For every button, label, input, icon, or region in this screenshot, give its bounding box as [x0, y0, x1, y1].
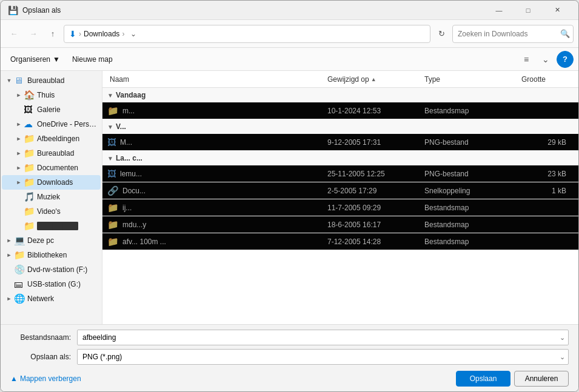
view-chevron-button[interactable]: ⌄ — [537, 51, 554, 68]
file-type: Bestandsmap — [422, 204, 519, 212]
folder-icon: 🎵 — [24, 191, 35, 202]
col-type[interactable]: Type — [422, 75, 519, 84]
file-type: PNG-bestand — [422, 138, 519, 147]
collapse-icon: ▲ — [10, 374, 18, 383]
file-size: 29 kB — [519, 138, 574, 147]
sidebar-item-afbeeldingen[interactable]: ► 📁 Afbeeldingen — [2, 131, 101, 146]
group-label: V... — [116, 122, 126, 131]
refresh-button[interactable]: ↻ — [433, 25, 450, 42]
file-name-text: mdu...y — [122, 221, 146, 229]
sidebar-label: Deze pc — [27, 236, 54, 245]
table-row[interactable]: 📁 m... 10-1-2024 12:53 Bestandsmap — [102, 102, 578, 119]
bottom-panel: Bestandsnaam: ⌄ Opslaan als: PNG (*.png)… — [1, 324, 578, 391]
address-path[interactable]: ⬇ › Downloads › ⌄ — [64, 25, 430, 43]
sidebar-item-downloads[interactable]: ► 📁 Downloads — [2, 175, 101, 190]
col-size[interactable]: Grootte — [519, 75, 574, 84]
sidebar-item-dvd[interactable]: 💿 Dvd-rw-station (F:) — [2, 262, 101, 277]
sidebar-item-custom[interactable]: 📁 ████████ — [2, 219, 101, 233]
sidebar-item-netwerk[interactable]: ► 🌐 Netwerk — [2, 291, 101, 306]
filename-input-wrapper: ⌄ — [77, 330, 569, 345]
file-modified: 11-7-2005 09:29 — [325, 204, 422, 212]
toolbar-right: ≡ ⌄ ? — [518, 51, 574, 68]
sidebar-label: Bureaublad — [37, 149, 74, 158]
path-downloads: Downloads — [84, 30, 119, 38]
expand-icon: ► — [4, 294, 14, 304]
col-modified[interactable]: Gewijzigd op ▲ — [325, 75, 422, 84]
sidebar-item-usb[interactable]: 🖴 USB-station (G:) — [2, 277, 101, 291]
sidebar-label: Downloads — [37, 178, 73, 187]
folder-icon: 🖴 — [14, 279, 25, 290]
file-modified: 9-12-2005 17:31 — [325, 138, 422, 147]
expand-icon: ► — [14, 119, 24, 129]
table-row[interactable]: 🖼 lemu... 25-11-2005 12:25 PNG-bestand 2… — [102, 165, 578, 182]
minimize-button[interactable]: — — [485, 1, 513, 20]
folder-icon: 📁 — [14, 250, 25, 261]
group-header-la[interactable]: ▼ La... c... — [102, 151, 578, 165]
filename-label: Bestandsnaam: — [10, 333, 77, 342]
file-type-icon: 📁 — [107, 219, 119, 230]
file-name: 📁 m... — [107, 105, 325, 116]
expand-icon — [14, 221, 24, 231]
sidebar-label: ████████ — [37, 222, 78, 230]
saveas-label: Opslaan als: — [10, 353, 77, 361]
hide-folders-label: Mappen verbergen — [20, 374, 81, 383]
sidebar-label: Galerie — [37, 105, 61, 114]
up-button[interactable]: ↑ — [44, 25, 61, 42]
save-button[interactable]: Opslaan — [456, 371, 510, 387]
file-type-icon: 🔗 — [107, 185, 119, 196]
file-name-text: m... — [122, 107, 135, 115]
sidebar-item-bibliotheken[interactable]: ► 📁 Bibliotheken — [2, 248, 101, 262]
close-button[interactable]: ✕ — [543, 1, 571, 20]
sidebar-item-bureaublad[interactable]: ▼ 🖥 Bureaublad — [2, 73, 101, 88]
group-header-v[interactable]: ▼ V... — [102, 119, 578, 134]
folder-icon: 🖼 — [24, 104, 35, 115]
sidebar-label: Documenten — [37, 164, 78, 172]
table-row[interactable]: 🔗 Docu... 2-5-2005 17:29 Snelkoppeling 1… — [102, 182, 578, 199]
sidebar-label: Thuis — [37, 91, 55, 99]
table-row[interactable]: 📁 mdu...y 18-6-2005 16:17 Bestandsmap — [102, 216, 578, 233]
sidebar-label: Bureaublad — [27, 76, 64, 85]
help-button[interactable]: ? — [557, 51, 574, 68]
hide-folders-link[interactable]: ▲ Mappen verbergen — [10, 374, 81, 383]
file-type-icon: 📁 — [107, 236, 119, 247]
filename-input[interactable] — [77, 330, 569, 345]
table-row[interactable]: 📁 ij... 11-7-2005 09:29 Bestandsmap — [102, 199, 578, 216]
titlebar-title: Opslaan als — [22, 6, 485, 15]
sidebar-item-galerie[interactable]: 🖼 Galerie — [2, 102, 101, 117]
sidebar-label: Video's — [37, 207, 61, 216]
path-dropdown-button[interactable]: ⌄ — [127, 27, 140, 41]
sidebar-item-onedrive[interactable]: ► ☁ OneDrive - Persona... — [2, 117, 101, 131]
file-size: 1 kB — [519, 187, 574, 195]
file-name: 📁 mdu...y — [107, 219, 325, 230]
back-button[interactable]: ← — [5, 25, 22, 42]
file-type-icon: 📁 — [107, 202, 119, 213]
file-modified: 10-1-2024 12:53 — [325, 107, 422, 115]
saveas-select[interactable]: PNG (*.png) JPEG (*.jpg) BMP (*.bmp) — [77, 349, 569, 365]
maximize-button[interactable]: □ — [514, 1, 542, 20]
sidebar-label: Dvd-rw-station (F:) — [27, 265, 87, 274]
cancel-button[interactable]: Annuleren — [514, 371, 569, 387]
sidebar-item-videos[interactable]: 📁 Video's — [2, 204, 101, 219]
file-type: Bestandsmap — [422, 238, 519, 246]
content-area: ▼ 🖥 Bureaublad ► 🏠 Thuis 🖼 Galerie ► ☁ O… — [1, 71, 578, 324]
table-row[interactable]: 🖼 M... 9-12-2005 17:31 PNG-bestand 29 kB — [102, 134, 578, 151]
organize-button[interactable]: Organiseren ▼ — [5, 51, 65, 68]
sidebar-item-bureaublad2[interactable]: ► 📁 Bureaublad — [2, 146, 101, 161]
file-name: 🖼 lemu... — [107, 168, 325, 179]
sidebar-item-muziek[interactable]: 🎵 Muziek — [2, 190, 101, 204]
sidebar-item-documenten[interactable]: ► 📁 Documenten — [2, 161, 101, 175]
sidebar-item-thuis[interactable]: ► 🏠 Thuis — [2, 88, 101, 102]
file-name: 📁 afv... 100m ... — [107, 236, 325, 247]
search-input[interactable] — [452, 25, 574, 43]
forward-button[interactable]: → — [25, 25, 42, 42]
file-type-icon: 🖼 — [107, 137, 116, 147]
table-row[interactable]: 📁 afv... 100m ... 7-12-2005 14:28 Bestan… — [102, 233, 578, 250]
file-name-text: M... — [120, 138, 132, 147]
group-header-vandaag[interactable]: ▼ Vandaag — [102, 88, 578, 102]
expand-icon: ► — [4, 250, 14, 260]
sidebar-item-dezepc[interactable]: ► 💻 Deze pc — [2, 233, 101, 248]
col-name[interactable]: Naam — [107, 75, 325, 84]
folder-icon: 📁 — [24, 221, 35, 231]
view-button[interactable]: ≡ — [518, 51, 535, 68]
new-folder-button[interactable]: Nieuwe map — [67, 51, 118, 68]
